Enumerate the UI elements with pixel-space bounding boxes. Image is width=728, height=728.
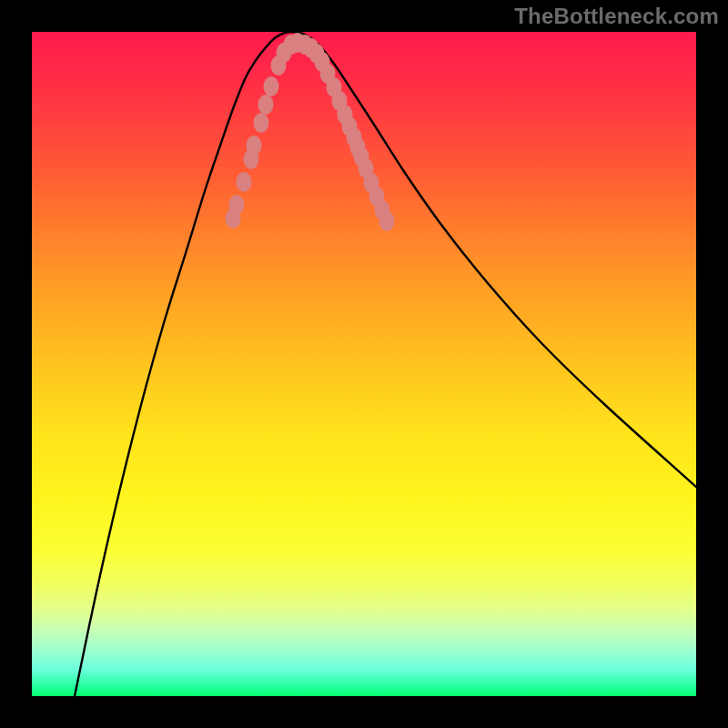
data-marker: [264, 76, 279, 96]
data-marker: [247, 136, 262, 156]
data-marker: [258, 95, 274, 115]
data-marker: [379, 211, 395, 231]
curve-layer: [32, 32, 696, 696]
chart-frame: TheBottleneck.com: [0, 0, 728, 728]
data-marker: [254, 113, 269, 133]
data-marker: [237, 172, 252, 192]
plot-area: [32, 32, 696, 696]
data-marker: [229, 195, 245, 215]
watermark-text: TheBottleneck.com: [514, 4, 719, 29]
right-curve: [294, 32, 696, 487]
